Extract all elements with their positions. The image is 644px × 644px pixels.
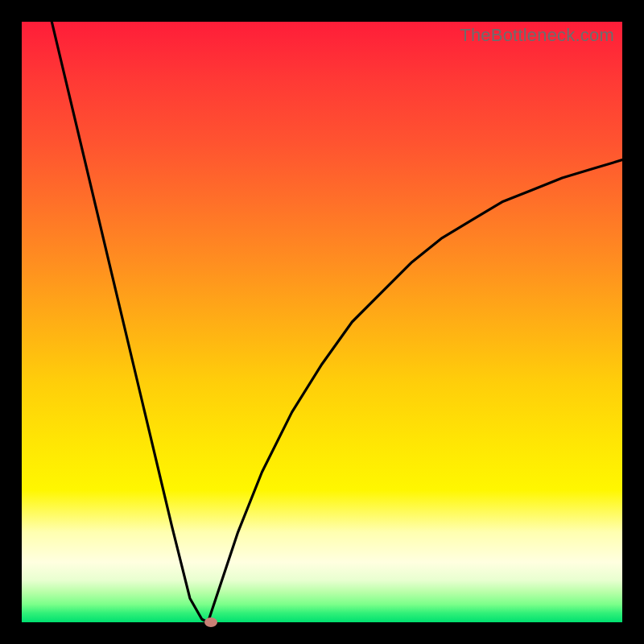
curve-left-branch	[52, 22, 208, 622]
bottleneck-curve	[22, 22, 622, 622]
watermark-text: TheBottleneck.com	[460, 25, 614, 46]
optimum-marker	[204, 617, 217, 627]
plot-area: TheBottleneck.com	[22, 22, 622, 622]
curve-right-branch	[208, 160, 622, 622]
chart-frame: TheBottleneck.com	[0, 0, 644, 644]
